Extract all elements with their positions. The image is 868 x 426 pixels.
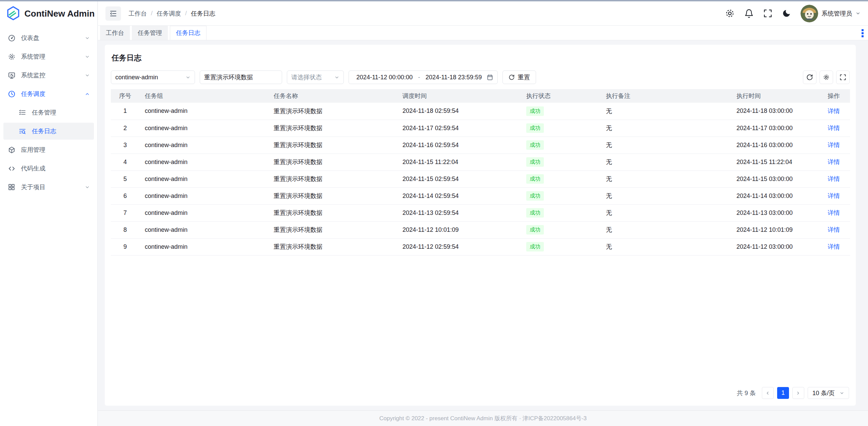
sidebar: ContiNew Admin 仪表盘 [0,1,98,426]
column-settings-gear-icon[interactable] [820,70,833,84]
more-vertical-icon[interactable] [861,29,864,38]
col-schedule-time: 调度时间 [397,89,521,103]
breadcrumb-separator: / [151,10,153,17]
col-name: 任务名称 [268,89,397,103]
task-name-input[interactable] [200,70,282,84]
prev-page-button[interactable] [762,387,774,399]
row-group: continew-admin [139,170,268,187]
chevron-down-icon [334,75,339,80]
row-schedule-time: 2024-11-15 11:22:04 [397,154,521,170]
chevron-down-icon [85,36,90,41]
task-log-table: 序号 任务组 任务名称 调度时间 执行状态 执行备注 执行时间 操作 [111,89,850,256]
table-fullscreen-icon[interactable] [836,70,850,84]
sidebar-item-task-management[interactable]: 任务管理 [3,104,94,121]
copyright-text: Copyright © 2022 - present ContiNew Admi… [379,414,587,422]
bell-icon[interactable] [744,9,754,18]
sidebar-item-dashboard[interactable]: 仪表盘 [3,29,94,46]
chevron-down-icon [85,73,90,78]
chevron-down-icon [85,185,90,190]
detail-link[interactable]: 详情 [828,125,840,131]
chevron-down-icon [85,54,90,59]
status-badge: 成功 [526,225,544,235]
row-remark: 无 [600,170,731,187]
row-schedule-time: 2024-11-14 02:59:54 [397,187,521,204]
task-log-card: 任务日志 continew-admin 请选择状态 [105,45,856,406]
row-schedule-time: 2024-11-12 10:01:09 [397,221,521,238]
detail-link[interactable]: 详情 [828,243,840,250]
row-exec-time: 2024-11-18 03:00:00 [731,103,817,120]
sidebar-item-label: 应用管理 [21,146,90,154]
tab-task-management[interactable]: 任务管理 [132,26,168,40]
row-remark: 无 [600,137,731,154]
dashboard-icon [7,34,16,42]
fullscreen-icon[interactable] [763,9,772,18]
sidebar-item-label: 关于项目 [21,183,79,191]
pagination-total: 共 9 条 [737,389,756,397]
sidebar-collapse-button[interactable] [105,6,121,21]
next-page-button[interactable] [792,387,804,399]
breadcrumb-item[interactable]: 任务调度 [157,9,181,18]
row-schedule-time: 2024-11-17 02:59:54 [397,120,521,137]
row-index: 6 [111,187,139,204]
page-size-select[interactable]: 10 条/页 [808,387,849,399]
table-row: 7 continew-admin 重置演示环境数据 2024-11-13 02:… [111,204,850,221]
task-group-select[interactable]: continew-admin [111,70,195,84]
date-range-start: 2024-11-12 00:00:00 [353,74,416,81]
row-group: continew-admin [139,137,268,154]
sidebar-item-system-management[interactable]: 系统管理 [3,48,94,65]
cube-icon [7,146,16,154]
tab-task-log[interactable]: 任务日志 [170,26,206,40]
grid-icon [7,183,16,191]
detail-link[interactable]: 详情 [828,176,840,182]
app-root: ContiNew Admin 仪表盘 [0,0,868,426]
sidebar-item-label: 任务调度 [21,90,79,98]
row-name: 重置演示环境数据 [268,103,397,120]
row-schedule-time: 2024-11-13 02:59:54 [397,204,521,221]
dark-mode-moon-icon[interactable] [782,9,791,18]
logo-hexagon-icon [6,6,20,21]
current-page-button[interactable]: 1 [777,387,789,399]
sidebar-item-task-log[interactable]: 任务日志 [3,123,94,140]
reset-button[interactable]: 重置 [502,70,536,84]
tab-workbench[interactable]: 工作台 [100,26,130,40]
row-exec-time: 2024-11-14 03:00:00 [731,187,817,204]
refresh-icon[interactable] [803,70,816,84]
breadcrumb: 工作台 / 任务调度 / 任务日志 [129,9,215,18]
main-area: 工作台 / 任务调度 / 任务日志 [98,1,868,426]
detail-link[interactable]: 详情 [828,209,840,216]
gear-icon [7,53,16,61]
row-exec-time: 2024-11-17 03:00:00 [731,120,817,137]
breadcrumb-item[interactable]: 工作台 [129,9,147,18]
detail-link[interactable]: 详情 [828,142,840,148]
filter-row: continew-admin 请选择状态 2024-11-12 00:0 [111,70,850,84]
col-action: 操作 [817,89,850,103]
row-index: 1 [111,103,139,120]
row-remark: 无 [600,221,731,238]
sidebar-item-system-monitor[interactable]: 系统监控 [3,67,94,84]
table-row: 9 continew-admin 重置演示环境数据 2024-11-12 02:… [111,238,850,255]
status-select[interactable]: 请选择状态 [287,70,344,84]
sidebar-item-task-scheduler[interactable]: 任务调度 [3,85,94,102]
detail-link[interactable]: 详情 [828,108,840,115]
date-range-end: 2024-11-18 23:59:59 [422,74,485,81]
detail-link[interactable]: 详情 [828,192,840,199]
row-index: 3 [111,137,139,154]
user-menu[interactable]: 系统管理员 [801,5,861,22]
settings-icon[interactable] [725,8,735,18]
list-check-icon [18,109,26,116]
sidebar-item-about-project[interactable]: 关于项目 [3,179,94,196]
detail-link[interactable]: 详情 [828,159,840,165]
detail-link[interactable]: 详情 [828,226,840,233]
row-name: 重置演示环境数据 [268,187,397,204]
chevron-up-icon [85,92,90,97]
row-group: continew-admin [139,120,268,137]
date-range-picker[interactable]: 2024-11-12 00:00:00 - 2024-11-18 23:59:5… [349,70,498,84]
sidebar-item-code-generation[interactable]: 代码生成 [3,160,94,177]
pagination: 共 9 条 1 10 条/页 [111,383,850,402]
row-group: continew-admin [139,187,268,204]
status-badge: 成功 [526,157,544,167]
refresh-icon [509,74,515,80]
status-badge: 成功 [526,242,544,251]
sidebar-item-app-management[interactable]: 应用管理 [3,141,94,158]
content-area: 任务日志 continew-admin 请选择状态 [98,40,868,410]
